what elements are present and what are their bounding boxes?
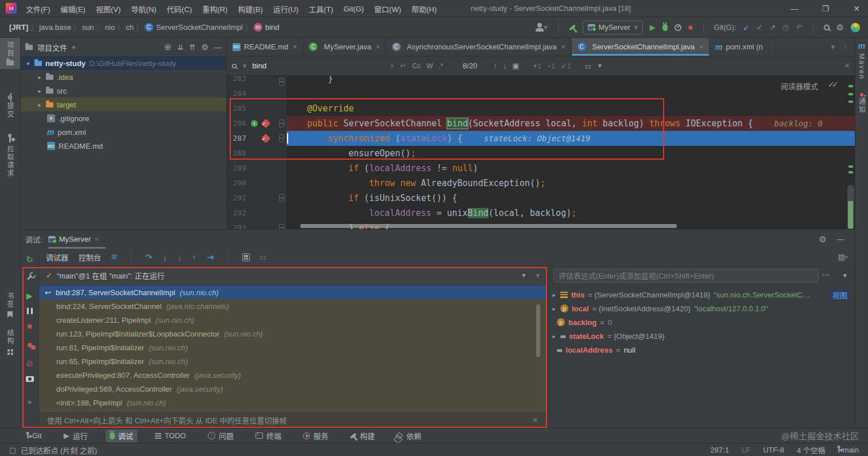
- toolwindow-run[interactable]: 运行: [60, 430, 92, 442]
- close-button[interactable]: ✕: [852, 4, 861, 13]
- hidden-tabs-icon[interactable]: [831, 42, 835, 51]
- step-over-button[interactable]: [145, 252, 153, 262]
- sidebar-item-bookmarks[interactable]: 书签: [0, 289, 20, 321]
- force-step-into-button[interactable]: [177, 252, 182, 262]
- evaluate-expression-icon[interactable]: [242, 253, 250, 261]
- search-everywhere-button[interactable]: [824, 25, 830, 30]
- chevron-down-icon[interactable]: [536, 271, 540, 280]
- search-options-icon[interactable]: [584, 61, 591, 70]
- minimize-button[interactable]: —: [790, 4, 799, 13]
- sidebar-item-pull-request[interactable]: 拉取请求: [0, 132, 20, 181]
- variable-row-backlog[interactable]: p backlog = 0: [549, 315, 855, 329]
- panel-settings-gear-icon[interactable]: [819, 234, 827, 245]
- tree-item-src[interactable]: src: [21, 84, 226, 98]
- sidebar-item-structure[interactable]: 结构: [0, 326, 20, 360]
- expand-arrow-icon[interactable]: [551, 306, 557, 312]
- find-in-selection-icon[interactable]: [512, 61, 519, 70]
- line-number[interactable]: 286: [227, 116, 250, 131]
- variable-row-this[interactable]: this = {ServerSocketChannelImpl@1418} "s…: [549, 288, 855, 302]
- tab-myserver[interactable]: C MyServer.java×: [303, 38, 386, 56]
- git-commit-button[interactable]: [756, 23, 762, 32]
- rollback-button[interactable]: [796, 23, 803, 32]
- fold-marker-icon[interactable]: [279, 78, 284, 86]
- ide-feature-icon[interactable]: [851, 23, 860, 32]
- expand-arrow-icon[interactable]: [551, 292, 557, 298]
- breadcrumb-java-base[interactable]: java.base: [39, 23, 71, 32]
- variable-row-statelock[interactable]: stateLock = {Object@1419}: [549, 329, 855, 343]
- stack-frame[interactable]: run:81, PipeImpl$Initializer(sun.nio.ch): [39, 341, 547, 354]
- pause-button[interactable]: [27, 308, 33, 314]
- stack-frame[interactable]: <init>:188, PipeImpl(sun.nio.ch): [39, 396, 547, 409]
- next-match-icon[interactable]: [503, 61, 507, 70]
- collapsed-arrow-icon[interactable]: [37, 88, 42, 94]
- stack-frame[interactable]: bind:224, ServerSocketChannel(java.nio.c…: [39, 299, 547, 313]
- toolwindow-problems[interactable]: !问题: [204, 430, 238, 442]
- menu-code[interactable]: 代码(C): [161, 0, 197, 17]
- restore-layout-icon[interactable]: [260, 253, 267, 261]
- evaluate-expression-box[interactable]: [553, 269, 819, 283]
- file-encoding[interactable]: UTF-8: [763, 446, 784, 454]
- sidebar-item-project[interactable]: 项目: [0, 38, 20, 69]
- debug-session-tab[interactable]: MyServer: [48, 235, 99, 244]
- toolwindow-build[interactable]: 构建: [346, 430, 379, 442]
- line-number[interactable]: 288: [227, 146, 250, 161]
- collapsed-arrow-icon[interactable]: [37, 74, 42, 80]
- fold-end-marker-icon[interactable]: [279, 224, 284, 229]
- run-to-cursor-button[interactable]: [207, 252, 214, 262]
- previous-match-icon[interactable]: [493, 61, 497, 70]
- override-marker-icon[interactable]: ↑: [251, 120, 258, 127]
- variable-row-local[interactable]: p local = {InetSocketAddress@1420} "loca…: [549, 302, 855, 315]
- fold-marker-icon[interactable]: [279, 119, 284, 127]
- maximize-button[interactable]: ❐: [821, 4, 830, 13]
- caret-position[interactable]: 287:1: [710, 446, 729, 454]
- tab-debugger[interactable]: 调试器: [46, 252, 68, 262]
- line-number[interactable]: 293: [227, 221, 250, 229]
- more-options-icon[interactable]: [842, 42, 849, 51]
- breadcrumb-class[interactable]: ServerSocketChannelImpl: [156, 23, 243, 32]
- search-input[interactable]: bind: [253, 61, 385, 70]
- project-view-selector[interactable]: 项目文件: [37, 42, 67, 53]
- evaluate-input[interactable]: [559, 272, 813, 280]
- collapse-all-icon[interactable]: [189, 43, 196, 52]
- expand-all-icon[interactable]: [177, 43, 184, 52]
- filter-funnel-icon[interactable]: [521, 272, 527, 279]
- tab-pom[interactable]: m pom.xml (n: [710, 38, 769, 56]
- toolwindow-debug[interactable]: 调试: [106, 430, 137, 442]
- step-out-button[interactable]: [192, 252, 197, 262]
- tree-item-pom[interactable]: m pom.xml: [21, 125, 226, 139]
- stack-frame[interactable]: run:65, PipeImpl$Initializer(sun.nio.ch): [39, 354, 547, 368]
- panel-settings-gear-icon[interactable]: [201, 42, 208, 52]
- match-case-toggle[interactable]: Cc: [412, 62, 421, 70]
- menu-git[interactable]: Git(G): [338, 0, 369, 17]
- toolwindow-terminal[interactable]: 终端: [251, 430, 285, 442]
- collapsed-arrow-icon[interactable]: [37, 102, 42, 108]
- git-branch-widget[interactable]: main: [838, 446, 859, 454]
- run-config-selector[interactable]: MyServer: [583, 21, 643, 34]
- resume-button[interactable]: [26, 291, 33, 300]
- chevron-down-icon[interactable]: [845, 254, 848, 260]
- stack-frame[interactable]: createListener:211, PipeImpl(sun.nio.ch): [39, 313, 547, 327]
- stack-frame[interactable]: bind:287, ServerSocketChannelImpl(sun.ni…: [39, 285, 547, 299]
- layout-icon[interactable]: [838, 253, 845, 261]
- tab-console[interactable]: 控制台: [79, 252, 101, 262]
- line-number[interactable]: 284: [227, 86, 250, 101]
- breadcrumb-method[interactable]: bind: [265, 23, 280, 32]
- close-find-bar-icon[interactable]: [844, 61, 850, 70]
- multiline-toggle-icon[interactable]: [400, 61, 406, 70]
- menu-tools[interactable]: 工具(T): [304, 0, 339, 17]
- stop-button[interactable]: [688, 23, 693, 32]
- menu-run[interactable]: 运行(U): [268, 0, 304, 17]
- add-occurrence-icon[interactable]: +⌶: [533, 62, 541, 70]
- layout-options-icon[interactable]: [111, 252, 117, 263]
- toolwindow-todo[interactable]: TODO: [151, 430, 190, 442]
- view-breakpoints-icon[interactable]: [28, 343, 32, 347]
- step-into-button[interactable]: [163, 252, 168, 262]
- settings-gear-icon[interactable]: [836, 22, 844, 33]
- close-tab-icon[interactable]: ×: [699, 43, 703, 51]
- reader-mode-toggle[interactable]: 阅读器模式: [781, 80, 818, 91]
- tab-asynchronous-impl[interactable]: C AsynchronousServerSocketChannelImpl.ja…: [386, 38, 572, 56]
- toolwindow-git[interactable]: Git: [23, 430, 46, 442]
- sidebar-item-notifications[interactable]: 通知: [855, 91, 868, 117]
- menu-navigate[interactable]: 导航(N): [126, 0, 161, 17]
- menu-edit[interactable]: 编辑(E): [56, 0, 91, 17]
